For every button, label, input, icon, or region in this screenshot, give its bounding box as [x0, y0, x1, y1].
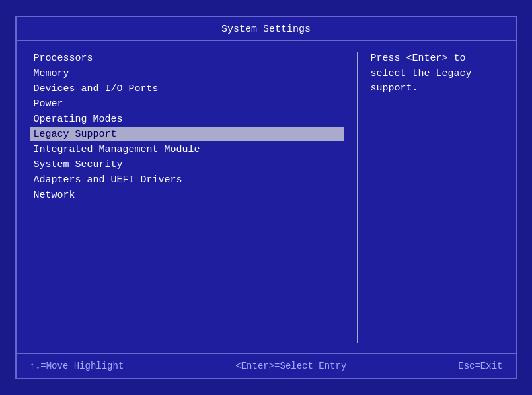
- footer: ↑↓=Move Highlight <Enter>=Select Entry E…: [17, 353, 516, 378]
- menu-item[interactable]: Memory: [30, 67, 344, 81]
- footer-exit: Esc=Exit: [458, 361, 502, 371]
- help-panel: Press <Enter> to select the Legacy suppo…: [358, 52, 503, 343]
- menu-item[interactable]: Adapters and UEFI Drivers: [30, 173, 344, 187]
- page-title: System Settings: [221, 24, 311, 35]
- title-bar: System Settings: [17, 17, 516, 41]
- menu-item[interactable]: System Security: [30, 158, 344, 172]
- menu-item[interactable]: Power: [30, 97, 344, 111]
- menu-item[interactable]: Processors: [30, 52, 344, 65]
- content-area: ProcessorsMemoryDevices and I/O PortsPow…: [17, 41, 516, 353]
- menu-item[interactable]: Network: [30, 188, 344, 202]
- menu-item[interactable]: Legacy Support: [30, 127, 344, 141]
- menu-item[interactable]: Devices and I/O Ports: [30, 82, 344, 96]
- menu-item[interactable]: Integrated Management Module: [30, 143, 344, 157]
- footer-select: <Enter>=Select Entry: [235, 361, 346, 371]
- bios-container: System Settings ProcessorsMemoryDevices …: [15, 16, 517, 379]
- menu-item[interactable]: Operating Modes: [30, 112, 344, 126]
- footer-move: ↑↓=Move Highlight: [30, 361, 124, 371]
- help-text: Press <Enter> to select the Legacy suppo…: [371, 53, 472, 94]
- menu-list: ProcessorsMemoryDevices and I/O PortsPow…: [30, 52, 358, 343]
